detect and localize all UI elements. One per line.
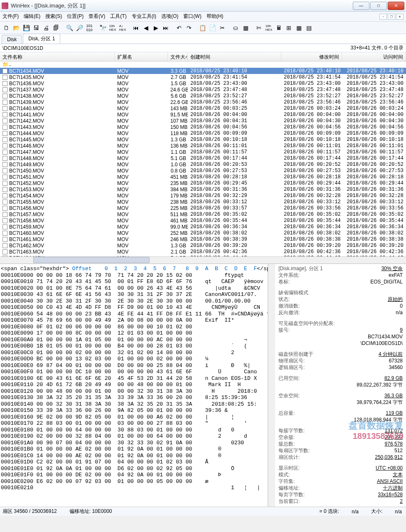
table-row[interactable]: BC7I1437.MOVMOV24.6 GB2018/08/25 23:47:4… — [0, 86, 406, 93]
total-gb[interactable]: 119 GB — [386, 410, 403, 416]
hex-view[interactable]: <span class="hexhdr"> Offset 0 1 2 3 4 5… — [0, 264, 268, 507]
menu-search[interactable]: 搜索(S) — [45, 13, 62, 20]
table-row[interactable]: BC7I1460.MOVMOV252 MB2018/08/26 00:38:02… — [0, 230, 406, 236]
tab-disk[interactable]: Disk — [2, 35, 22, 44]
cut-icon[interactable]: ✄ — [254, 23, 263, 32]
bpp-value[interactable]: 33x16=528 — [378, 492, 403, 498]
open-folder-icon[interactable]: 📂 — [12, 23, 21, 32]
table-row[interactable]: BC7I1445.MOVMOV1.3 GB2018/08/26 00:10:18… — [0, 136, 406, 143]
table-row[interactable]: BC7I1438.MOVMOV5.6 GB2018/08/25 23:52:27… — [0, 93, 406, 99]
table-row[interactable]: BC7I1450.MOVMOV0.8 GB2018/08/26 00:27:53… — [0, 167, 406, 174]
table-row[interactable]: BC7I1446.MOVMOV136 MB2018/08/26 00:11:01… — [0, 143, 406, 149]
ram-icon[interactable]: ▦ — [241, 23, 250, 32]
hex-scrollbar[interactable] — [268, 264, 275, 507]
table-row[interactable]: BC7I1434.MOVMOV3.3 GB2018/08/25 23:40:10… — [0, 68, 406, 74]
snapshot-value[interactable]: 4 分钟以前 — [379, 351, 403, 357]
menu-window[interactable]: 窗口(W) — [183, 13, 201, 20]
file-rows[interactable]: BC7I1434.MOVMOV3.3 GB2018/08/25 23:40:10… — [0, 68, 406, 256]
table-row[interactable]: BC7I1439.MOVMOV22.6 GB2018/08/25 23:56:4… — [0, 99, 406, 105]
mode-value[interactable]: 文本 — [393, 472, 403, 478]
save-as-icon[interactable]: 🖫 — [32, 23, 41, 32]
menu-options[interactable]: 选项(O) — [161, 13, 178, 20]
nav-last-icon[interactable]: ⏭ — [161, 23, 170, 32]
close-button[interactable]: ✕ — [388, 2, 404, 10]
maximize-button[interactable]: □ — [370, 2, 387, 10]
hex-label-icon[interactable]: 10hHEX — [108, 23, 117, 32]
col-ctime[interactable]: 创建时间 — [188, 52, 281, 61]
list-icon[interactable]: ▤ — [304, 23, 313, 32]
hex-101-icon[interactable]: 101010 — [85, 23, 94, 32]
table-row[interactable]: BC7I1463.MOVMOV2.1 GB2018/08/26 00:42:36… — [0, 249, 406, 255]
grid-icon[interactable]: ▦ — [294, 23, 303, 32]
nav-first-icon[interactable]: ⏮ — [131, 23, 140, 32]
disk-icon[interactable]: ⛀ — [231, 23, 240, 32]
properties-icon[interactable]: 🗐 — [52, 23, 61, 32]
binoculars-icon[interactable]: 🔭 — [98, 23, 107, 32]
calc-icon[interactable]: 🖩 — [274, 23, 283, 32]
table-row[interactable]: BC7I1462.MOVMOV1.3 GB2018/08/26 00:39:20… — [0, 242, 406, 249]
clipboard-paste-icon[interactable]: 📄 — [208, 23, 217, 32]
parent-dir-row[interactable]: 📁.. — [0, 62, 406, 68]
menu-tools[interactable]: 工具(T) — [110, 13, 126, 20]
table-row[interactable]: BC7I1456.MOVMOV225 MB2018/08/26 00:33:57… — [0, 205, 406, 211]
menu-help[interactable]: 帮助(H) — [207, 13, 224, 20]
new-icon[interactable]: 🗋 — [2, 23, 11, 32]
table-row[interactable]: BC7I1461.MOVMOV246 MB2018/08/26 00:38:39… — [0, 236, 406, 242]
col-atime[interactable]: 访问时间 — [342, 52, 406, 61]
horizontal-scrollbar[interactable] — [0, 256, 406, 264]
nav-next-icon[interactable]: ▶ — [151, 23, 160, 32]
table-row[interactable]: BC7I1452.MOVMOV235 MB2018/08/26 00:29:45… — [0, 180, 406, 186]
col-ext[interactable]: 扩展名 — [115, 52, 168, 61]
free-gb[interactable]: 36.3 GB — [384, 393, 403, 399]
save-icon[interactable]: 💾 — [22, 23, 31, 32]
undo-icon[interactable]: ↶ — [175, 23, 184, 32]
table-row[interactable]: BC7I1453.MOVMOV384 MB2018/08/26 00:31:36… — [0, 186, 406, 192]
table-row[interactable]: BC7I1444.MOVMOV118 MB2018/08/26 00:09:09… — [0, 130, 406, 136]
minimize-button[interactable]: — — [353, 2, 369, 10]
offset-mode-value[interactable]: 十六进制 — [383, 485, 403, 491]
col-mtime[interactable]: 修改时间 — [281, 52, 342, 61]
menu-file[interactable]: 文件(F) — [2, 13, 19, 20]
table-row[interactable]: BC7I1447.MOVMOV1.1 GB2018/08/26 00:11:57… — [0, 149, 406, 155]
table-row[interactable]: BC7I1455.MOVMOV238 MB2018/08/26 00:33:12… — [0, 199, 406, 205]
sectors-value[interactable]: 250,036,912 — [375, 454, 403, 461]
table-row[interactable]: BC7I1448.MOVMOV5.1 GB2018/08/26 00:17:44… — [0, 155, 406, 161]
table-row[interactable]: BC7I1436.MOVMOV1.5 GB2018/08/25 23:43:00… — [0, 80, 406, 86]
mdi-minimize-button[interactable]: - — [379, 14, 387, 20]
clipboard-copy-icon[interactable]: 📋 — [198, 23, 207, 32]
redo-icon[interactable]: ↷ — [185, 23, 194, 32]
used-gb[interactable]: 82.9 GB — [384, 375, 403, 382]
table-row[interactable]: BC7I1443.MOVMOV150 MB2018/08/26 00:04:56… — [0, 124, 406, 130]
col-name[interactable]: 文件名称 — [0, 52, 115, 61]
hex-alt-icon[interactable]: A↓HEX — [118, 23, 127, 32]
state-value[interactable]: 原始的 — [388, 296, 403, 303]
mdi-close-button[interactable]: × — [396, 14, 404, 20]
table-row[interactable]: BC7I1449.MOVMOV1.0 GB2018/08/26 00:20:53… — [0, 161, 406, 167]
hex-tool-icon[interactable]: 10hHEX — [264, 23, 273, 32]
table-row[interactable]: BC7I1441.MOVMOV91.5 MB2018/08/26 00:04:0… — [0, 111, 406, 118]
menu-edit[interactable]: 编辑(E) — [24, 13, 40, 20]
tab-partition-1[interactable]: Disk, 分区 1 — [23, 34, 60, 44]
mdi-restore-button[interactable]: □ — [388, 14, 395, 20]
table-row[interactable]: BC7I1454.MOVMOV179 MB2018/08/26 00:32:29… — [0, 192, 406, 199]
charset-value[interactable]: ANSI ASCII — [377, 478, 403, 485]
print-icon[interactable]: 🖨 — [42, 23, 51, 32]
table-row[interactable]: BC7I1459.MOVMOV99.0 MB2018/08/26 00:36:3… — [0, 224, 406, 230]
table-row[interactable]: BC7I1435.MOVMOV2.7 GB2018/08/25 23:41:54… — [0, 74, 406, 80]
nav-prev-icon[interactable]: ◀ — [141, 23, 150, 32]
table-row[interactable]: BC7I1451.MOVMOV451 MB2018/08/26 00:28:18… — [0, 174, 406, 180]
find-hex-icon[interactable]: 🔎 — [75, 23, 84, 32]
menu-specialist[interactable]: 专业工具(I) — [132, 13, 156, 20]
find-icon[interactable]: 🔍 — [65, 23, 74, 32]
menu-view[interactable]: 查看(V) — [89, 13, 105, 20]
cluster-value[interactable]: 9 — [400, 327, 403, 333]
table-row[interactable]: BC7I1440.MOVMOV143 MB2018/08/26 00:03:25… — [0, 105, 406, 111]
curwin-value[interactable]: 2 — [400, 498, 403, 505]
table-row[interactable]: BC7I1458.MOVMOV461 MB2018/08/26 00:35:44… — [0, 217, 406, 224]
totalcluster-value[interactable]: 976,578 — [385, 441, 403, 447]
clipboard-cut-icon[interactable]: ✂ — [218, 23, 227, 32]
col-size[interactable]: 文件大小 — [168, 52, 188, 61]
tz-value[interactable]: UTC +08:00 — [376, 465, 403, 471]
menu-position[interactable]: 位置(P) — [67, 13, 84, 20]
table-row[interactable]: BC7I1457.MOVMOV511 MB2018/08/26 00:35:02… — [0, 211, 406, 217]
